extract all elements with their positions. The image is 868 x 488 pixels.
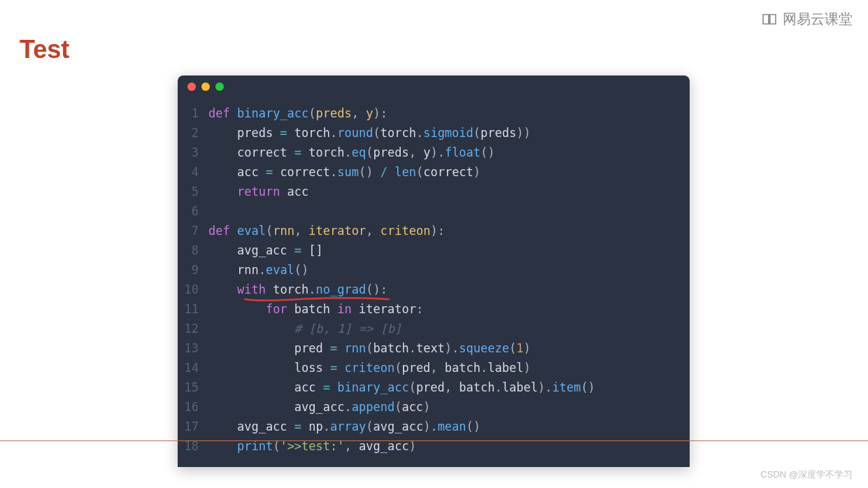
code-text: rnn.eval() [208,260,308,280]
line-number: 11 [183,299,208,319]
line-number: 9 [183,260,208,280]
code-line: 8 avg_acc = [] [183,241,678,260]
line-number: 13 [183,338,208,358]
line-number: 12 [183,319,208,338]
horizontal-rule [0,440,868,441]
code-text: def eval(rnn, iterator, criteon): [208,221,445,241]
code-text: # [b, 1] => [b] [208,319,401,338]
code-text: avg_acc = np.array(avg_acc).mean() [208,417,481,436]
line-number: 6 [183,201,208,221]
line-number: 3 [183,143,208,162]
line-number: 17 [183,417,208,436]
code-text: correct = torch.eq(preds, y).float() [208,143,495,162]
code-line: 2 preds = torch.round(torch.sigmoid(pred… [183,123,678,143]
code-line: 14 loss = criteon(pred, batch.label) [183,358,678,378]
line-number: 18 [183,436,208,456]
line-number: 5 [183,182,208,201]
minimize-icon[interactable] [201,82,210,91]
code-line: 7def eval(rnn, iterator, criteon): [183,221,678,241]
window-titlebar [178,76,690,98]
code-text: return acc [208,182,308,201]
line-number: 10 [183,280,208,299]
code-line: 9 rnn.eval() [183,260,678,280]
code-line: 5 return acc [183,182,678,201]
code-line: 1def binary_acc(preds, y): [183,103,678,123]
code-line: 10 with torch.no_grad(): [183,280,678,299]
code-line: 13 pred = rnn(batch.text).squeeze(1) [183,338,678,358]
close-icon[interactable] [187,82,196,91]
code-text: avg_acc.append(acc) [208,397,430,417]
code-text: for batch in iterator: [208,299,423,319]
code-area: 1def binary_acc(preds, y):2 preds = torc… [178,98,690,467]
book-icon [762,13,777,26]
code-text: acc = correct.sum() / len(correct) [208,162,481,182]
line-number: 14 [183,358,208,378]
page-title: Test [20,35,69,64]
line-number: 2 [183,123,208,143]
code-text: def binary_acc(preds, y): [208,103,387,123]
line-number: 16 [183,397,208,417]
code-line: 11 for batch in iterator: [183,299,678,319]
code-line: 4 acc = correct.sum() / len(correct) [183,162,678,182]
line-number: 7 [183,221,208,241]
code-line: 3 correct = torch.eq(preds, y).float() [183,143,678,162]
brand-text: 网易云课堂 [783,10,853,29]
line-number: 15 [183,378,208,397]
line-number: 4 [183,162,208,182]
maximize-icon[interactable] [215,82,224,91]
code-line: 6 [183,201,678,221]
code-text: print('>>test:', avg_acc) [208,436,416,456]
code-line: 18 print('>>test:', avg_acc) [183,436,678,456]
line-number: 1 [183,103,208,123]
code-line: 12 # [b, 1] => [b] [183,319,678,338]
code-text: with torch.no_grad(): [208,280,387,299]
code-text: pred = rnn(batch.text).squeeze(1) [208,338,531,358]
code-line: 15 acc = binary_acc(pred, batch.label).i… [183,378,678,397]
line-number: 8 [183,241,208,260]
code-text: loss = criteon(pred, batch.label) [208,358,531,378]
code-text: preds = torch.round(torch.sigmoid(preds)… [208,123,531,143]
code-line: 17 avg_acc = np.array(avg_acc).mean() [183,417,678,436]
code-text: avg_acc = [] [208,241,323,260]
brand-logo: 网易云课堂 [762,10,853,29]
code-line: 16 avg_acc.append(acc) [183,397,678,417]
code-text: acc = binary_acc(pred, batch.label).item… [208,378,595,397]
watermark: CSDN @深度学不学习 [760,468,853,481]
code-editor-window: 1def binary_acc(preds, y):2 preds = torc… [178,76,690,467]
